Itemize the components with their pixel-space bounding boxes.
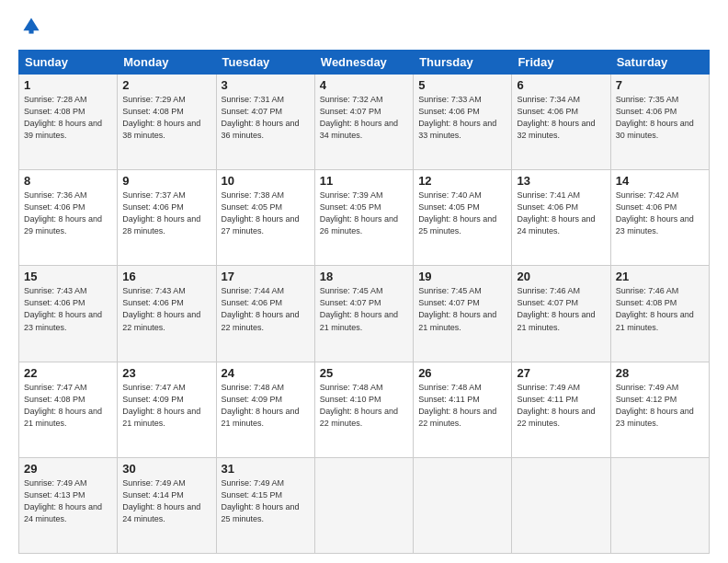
day-info: Sunrise: 7:43 AMSunset: 4:06 PMDaylight:… (24, 286, 102, 331)
day-info: Sunrise: 7:47 AMSunset: 4:08 PMDaylight:… (24, 383, 102, 428)
day-cell: 16Sunrise: 7:43 AMSunset: 4:06 PMDayligh… (118, 266, 216, 362)
week-row-3: 15Sunrise: 7:43 AMSunset: 4:06 PMDayligh… (19, 266, 710, 362)
day-info: Sunrise: 7:40 AMSunset: 4:05 PMDaylight:… (418, 190, 496, 236)
day-cell: 9Sunrise: 7:37 AMSunset: 4:06 PMDaylight… (118, 170, 216, 266)
day-number: 22 (24, 366, 112, 380)
weekday-header-monday: Monday (118, 51, 216, 75)
day-number: 29 (24, 462, 112, 476)
day-info: Sunrise: 7:43 AMSunset: 4:06 PMDaylight:… (122, 286, 200, 331)
day-cell: 23Sunrise: 7:47 AMSunset: 4:09 PMDayligh… (118, 362, 216, 457)
weekday-header-row: SundayMondayTuesdayWednesdayThursdayFrid… (19, 51, 710, 75)
day-number: 31 (222, 462, 310, 476)
day-info: Sunrise: 7:44 AMSunset: 4:06 PMDaylight:… (222, 286, 300, 331)
day-cell: 17Sunrise: 7:44 AMSunset: 4:06 PMDayligh… (216, 266, 314, 362)
day-number: 23 (122, 366, 210, 380)
day-cell: 13Sunrise: 7:41 AMSunset: 4:06 PMDayligh… (512, 170, 610, 266)
day-info: Sunrise: 7:49 AMSunset: 4:15 PMDaylight:… (222, 478, 300, 523)
day-number: 1 (24, 78, 112, 92)
day-cell: 27Sunrise: 7:49 AMSunset: 4:11 PMDayligh… (512, 362, 610, 457)
day-info: Sunrise: 7:49 AMSunset: 4:12 PMDaylight:… (616, 383, 694, 428)
day-info: Sunrise: 7:34 AMSunset: 4:06 PMDaylight:… (517, 95, 595, 140)
weekday-header-friday: Friday (512, 51, 610, 75)
day-cell (512, 457, 610, 553)
day-cell: 15Sunrise: 7:43 AMSunset: 4:06 PMDayligh… (19, 266, 118, 362)
logo (18, 15, 46, 40)
day-cell: 10Sunrise: 7:38 AMSunset: 4:05 PMDayligh… (216, 170, 314, 266)
day-cell (414, 457, 512, 553)
day-info: Sunrise: 7:29 AMSunset: 4:08 PMDaylight:… (122, 95, 200, 140)
day-info: Sunrise: 7:49 AMSunset: 4:14 PMDaylight:… (122, 478, 200, 523)
day-cell: 31Sunrise: 7:49 AMSunset: 4:15 PMDayligh… (216, 457, 314, 553)
day-info: Sunrise: 7:41 AMSunset: 4:06 PMDaylight:… (517, 190, 595, 236)
day-info: Sunrise: 7:48 AMSunset: 4:10 PMDaylight:… (320, 383, 398, 428)
day-cell: 5Sunrise: 7:33 AMSunset: 4:06 PMDaylight… (414, 75, 512, 170)
day-cell: 22Sunrise: 7:47 AMSunset: 4:08 PMDayligh… (19, 362, 118, 457)
day-info: Sunrise: 7:36 AMSunset: 4:06 PMDaylight:… (24, 190, 102, 236)
day-info: Sunrise: 7:47 AMSunset: 4:09 PMDaylight:… (122, 383, 200, 428)
day-info: Sunrise: 7:48 AMSunset: 4:11 PMDaylight:… (418, 383, 496, 428)
svg-rect-1 (28, 28, 33, 34)
day-cell: 19Sunrise: 7:45 AMSunset: 4:07 PMDayligh… (414, 266, 512, 362)
day-number: 6 (517, 78, 605, 92)
day-number: 4 (320, 78, 408, 92)
day-info: Sunrise: 7:32 AMSunset: 4:07 PMDaylight:… (320, 95, 398, 140)
day-number: 12 (418, 174, 506, 188)
day-info: Sunrise: 7:35 AMSunset: 4:06 PMDaylight:… (616, 95, 694, 140)
day-info: Sunrise: 7:46 AMSunset: 4:08 PMDaylight:… (616, 286, 694, 331)
day-cell: 4Sunrise: 7:32 AMSunset: 4:07 PMDaylight… (314, 75, 413, 170)
day-number: 20 (517, 270, 605, 283)
day-number: 28 (616, 366, 704, 380)
day-info: Sunrise: 7:45 AMSunset: 4:07 PMDaylight:… (320, 286, 398, 331)
day-cell: 29Sunrise: 7:49 AMSunset: 4:13 PMDayligh… (19, 457, 118, 553)
day-number: 3 (222, 78, 310, 92)
day-number: 21 (616, 270, 704, 283)
day-cell (314, 457, 413, 553)
day-number: 7 (616, 78, 704, 92)
day-number: 13 (517, 174, 605, 188)
day-cell: 26Sunrise: 7:48 AMSunset: 4:11 PMDayligh… (414, 362, 512, 457)
header (18, 15, 710, 40)
day-cell: 25Sunrise: 7:48 AMSunset: 4:10 PMDayligh… (314, 362, 413, 457)
day-info: Sunrise: 7:42 AMSunset: 4:06 PMDaylight:… (616, 190, 694, 236)
day-cell: 20Sunrise: 7:46 AMSunset: 4:07 PMDayligh… (512, 266, 610, 362)
day-info: Sunrise: 7:45 AMSunset: 4:07 PMDaylight:… (418, 286, 496, 331)
day-cell: 1Sunrise: 7:28 AMSunset: 4:08 PMDaylight… (19, 75, 118, 170)
day-cell: 14Sunrise: 7:42 AMSunset: 4:06 PMDayligh… (610, 170, 709, 266)
day-number: 24 (222, 366, 310, 380)
day-cell: 3Sunrise: 7:31 AMSunset: 4:07 PMDaylight… (216, 75, 314, 170)
day-number: 18 (320, 270, 408, 283)
day-number: 9 (122, 174, 210, 188)
week-row-1: 1Sunrise: 7:28 AMSunset: 4:08 PMDaylight… (19, 75, 710, 170)
logo-icon (20, 15, 42, 37)
day-info: Sunrise: 7:28 AMSunset: 4:08 PMDaylight:… (24, 95, 102, 140)
day-number: 26 (418, 366, 506, 380)
day-cell (610, 457, 709, 553)
day-number: 19 (418, 270, 506, 283)
day-cell: 7Sunrise: 7:35 AMSunset: 4:06 PMDaylight… (610, 75, 709, 170)
weekday-header-saturday: Saturday (610, 51, 709, 75)
day-info: Sunrise: 7:38 AMSunset: 4:05 PMDaylight:… (222, 190, 300, 236)
weekday-header-tuesday: Tuesday (216, 51, 314, 75)
day-number: 17 (222, 270, 310, 283)
weekday-header-thursday: Thursday (414, 51, 512, 75)
weekday-header-sunday: Sunday (19, 51, 118, 75)
day-info: Sunrise: 7:48 AMSunset: 4:09 PMDaylight:… (222, 383, 300, 428)
day-cell: 6Sunrise: 7:34 AMSunset: 4:06 PMDaylight… (512, 75, 610, 170)
calendar-table: SundayMondayTuesdayWednesdayThursdayFrid… (18, 50, 710, 554)
day-number: 5 (418, 78, 506, 92)
week-row-4: 22Sunrise: 7:47 AMSunset: 4:08 PMDayligh… (19, 362, 710, 457)
day-cell: 8Sunrise: 7:36 AMSunset: 4:06 PMDaylight… (19, 170, 118, 266)
day-cell: 21Sunrise: 7:46 AMSunset: 4:08 PMDayligh… (610, 266, 709, 362)
week-row-5: 29Sunrise: 7:49 AMSunset: 4:13 PMDayligh… (19, 457, 710, 553)
day-number: 10 (222, 174, 310, 188)
day-cell: 18Sunrise: 7:45 AMSunset: 4:07 PMDayligh… (314, 266, 413, 362)
day-info: Sunrise: 7:31 AMSunset: 4:07 PMDaylight:… (222, 95, 300, 140)
day-info: Sunrise: 7:39 AMSunset: 4:05 PMDaylight:… (320, 190, 398, 236)
week-row-2: 8Sunrise: 7:36 AMSunset: 4:06 PMDaylight… (19, 170, 710, 266)
day-number: 30 (122, 462, 210, 476)
day-number: 27 (517, 366, 605, 380)
day-info: Sunrise: 7:46 AMSunset: 4:07 PMDaylight:… (517, 286, 595, 331)
day-info: Sunrise: 7:49 AMSunset: 4:11 PMDaylight:… (517, 383, 595, 428)
day-info: Sunrise: 7:49 AMSunset: 4:13 PMDaylight:… (24, 478, 102, 523)
day-info: Sunrise: 7:37 AMSunset: 4:06 PMDaylight:… (122, 190, 200, 236)
